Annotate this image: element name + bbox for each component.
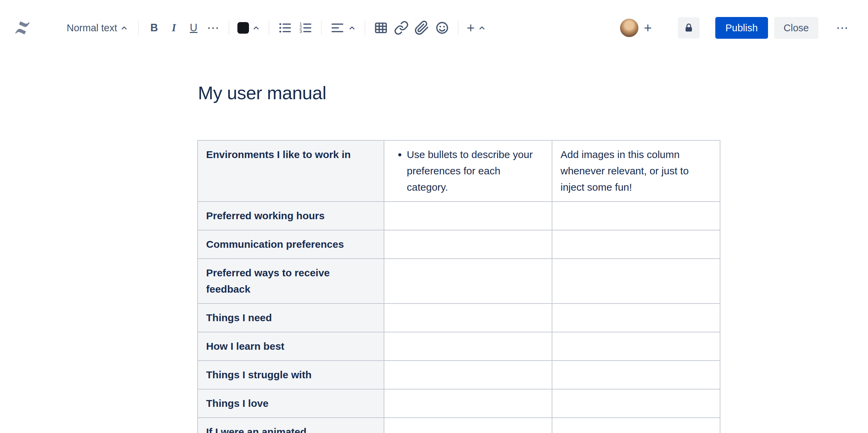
emoji-button[interactable] bbox=[432, 18, 452, 38]
text-style-value: Normal text bbox=[67, 22, 117, 34]
text-color-swatch-icon bbox=[237, 22, 249, 34]
publish-button[interactable]: Publish bbox=[715, 17, 768, 39]
row-label-text: Things I need bbox=[206, 312, 272, 323]
numbered-list-button[interactable]: 1 2 3 bbox=[295, 18, 316, 38]
lock-icon bbox=[683, 22, 694, 33]
row-label-text: Environments I like to work in bbox=[206, 149, 351, 160]
bullet-list-icon bbox=[278, 20, 293, 35]
table-cell[interactable] bbox=[552, 259, 720, 304]
bullet-list-button[interactable] bbox=[275, 18, 295, 38]
table-cell[interactable] bbox=[552, 418, 720, 433]
insert-table-button[interactable] bbox=[371, 18, 391, 38]
insert-link-button[interactable] bbox=[391, 18, 412, 38]
table-cell[interactable] bbox=[384, 332, 552, 361]
row-label-text: If I were an animated gif/meme/animal/so… bbox=[206, 426, 354, 433]
page-title[interactable]: My user manual bbox=[198, 82, 868, 104]
more-formatting-button[interactable]: ⋯ bbox=[203, 18, 223, 38]
chevron-up-icon bbox=[120, 23, 129, 32]
toolbar-separator bbox=[229, 21, 229, 35]
more-formatting-icon: ⋯ bbox=[207, 21, 220, 35]
toolbar-separator bbox=[321, 21, 322, 35]
table-cell[interactable] bbox=[552, 332, 720, 361]
insert-more-button[interactable]: + bbox=[464, 18, 489, 38]
table-row: Things I love bbox=[198, 389, 720, 418]
editor-toolbar: Normal text B I U ⋯ bbox=[0, 0, 868, 56]
svg-text:3: 3 bbox=[300, 29, 302, 34]
user-avatar[interactable] bbox=[620, 19, 638, 37]
emoji-icon bbox=[435, 20, 450, 35]
table-icon bbox=[373, 20, 388, 35]
table-row: Environments I like to work in Use bulle… bbox=[198, 140, 720, 202]
table-cell[interactable] bbox=[384, 230, 552, 259]
table-row: Communication preferences bbox=[198, 230, 720, 259]
table-row-label[interactable]: Communication preferences bbox=[198, 230, 384, 259]
italic-button[interactable]: I bbox=[164, 18, 184, 38]
table-row-label[interactable]: Things I love bbox=[198, 389, 384, 418]
underline-button[interactable]: U bbox=[184, 18, 203, 38]
table-row-label[interactable]: If I were an animated gif/meme/animal/so… bbox=[198, 418, 384, 433]
table-row: How I learn best bbox=[198, 332, 720, 361]
close-button[interactable]: Close bbox=[774, 17, 818, 39]
bold-button[interactable]: B bbox=[144, 18, 164, 38]
table-row: Preferred ways to receive feedback bbox=[198, 259, 720, 304]
row-label-text: Preferred ways to receive feedback bbox=[206, 267, 330, 295]
table-row-label[interactable]: Things I need bbox=[198, 304, 384, 332]
table-cell[interactable] bbox=[552, 389, 720, 418]
row-label-text: Preferred working hours bbox=[206, 210, 324, 221]
table-cell[interactable] bbox=[384, 304, 552, 332]
text-style-dropdown[interactable]: Normal text bbox=[63, 18, 133, 38]
link-icon bbox=[394, 20, 409, 35]
toolbar-separator bbox=[138, 21, 139, 35]
confluence-logo[interactable] bbox=[12, 18, 33, 38]
user-manual-table: Environments I like to work in Use bulle… bbox=[197, 140, 720, 433]
row-label-text: How I learn best bbox=[206, 341, 284, 352]
row-label-text: Things I struggle with bbox=[206, 369, 312, 380]
table-cell[interactable] bbox=[552, 304, 720, 332]
table-row: Things I need bbox=[198, 304, 720, 332]
table-row-label[interactable]: Preferred ways to receive feedback bbox=[198, 259, 384, 304]
table-cell[interactable] bbox=[384, 389, 552, 418]
toolbar-separator bbox=[458, 21, 458, 35]
confluence-logo-icon bbox=[14, 19, 31, 37]
table-row-label[interactable]: Things I struggle with bbox=[198, 361, 384, 389]
table-cell[interactable]: Add images in this column whenever relev… bbox=[552, 140, 720, 202]
table-row: Things I struggle with bbox=[198, 361, 720, 389]
more-actions-button[interactable]: ⋯ bbox=[832, 17, 853, 38]
table-row-label[interactable]: Environments I like to work in bbox=[198, 140, 384, 202]
chevron-up-icon bbox=[478, 23, 486, 32]
alignment-button[interactable] bbox=[327, 18, 359, 38]
table-row: If I were an animated gif/meme/animal/so… bbox=[198, 418, 720, 433]
table-cell[interactable] bbox=[552, 230, 720, 259]
editor-content: My user manual Environments I like to wo… bbox=[0, 82, 868, 433]
restrictions-button[interactable] bbox=[678, 17, 700, 38]
toolbar-separator bbox=[365, 21, 365, 35]
paperclip-icon bbox=[414, 20, 429, 35]
bold-icon: B bbox=[150, 22, 158, 34]
attachment-button[interactable] bbox=[412, 18, 432, 38]
more-actions-icon: ⋯ bbox=[836, 21, 849, 35]
toolbar-separator bbox=[269, 21, 269, 35]
plus-icon: + bbox=[467, 21, 474, 35]
table-cell[interactable] bbox=[552, 361, 720, 389]
underline-icon: U bbox=[190, 22, 197, 34]
table-row: Preferred working hours bbox=[198, 202, 720, 230]
table-cell[interactable] bbox=[384, 259, 552, 304]
chevron-up-icon bbox=[348, 23, 356, 32]
chevron-up-icon bbox=[252, 23, 261, 32]
italic-icon: I bbox=[172, 22, 176, 34]
bullet-item: Use bullets to describe your preferences… bbox=[407, 146, 544, 195]
table-cell[interactable] bbox=[384, 361, 552, 389]
row-label-text: Communication preferences bbox=[206, 239, 344, 250]
table-cell[interactable]: Use bullets to describe your preferences… bbox=[384, 140, 552, 202]
table-cell[interactable] bbox=[384, 418, 552, 433]
add-collaborator-icon: + bbox=[644, 21, 652, 35]
row-label-text: Things I love bbox=[206, 398, 268, 409]
text-color-button[interactable] bbox=[235, 18, 263, 38]
bullet-list: Use bullets to describe your preferences… bbox=[393, 146, 544, 195]
table-row-label[interactable]: Preferred working hours bbox=[198, 202, 384, 230]
table-row-label[interactable]: How I learn best bbox=[198, 332, 384, 361]
add-collaborator-button[interactable]: + bbox=[640, 18, 656, 37]
table-cell[interactable] bbox=[552, 202, 720, 230]
table-cell[interactable] bbox=[384, 202, 552, 230]
cell-note-text: Add images in this column whenever relev… bbox=[561, 149, 689, 193]
